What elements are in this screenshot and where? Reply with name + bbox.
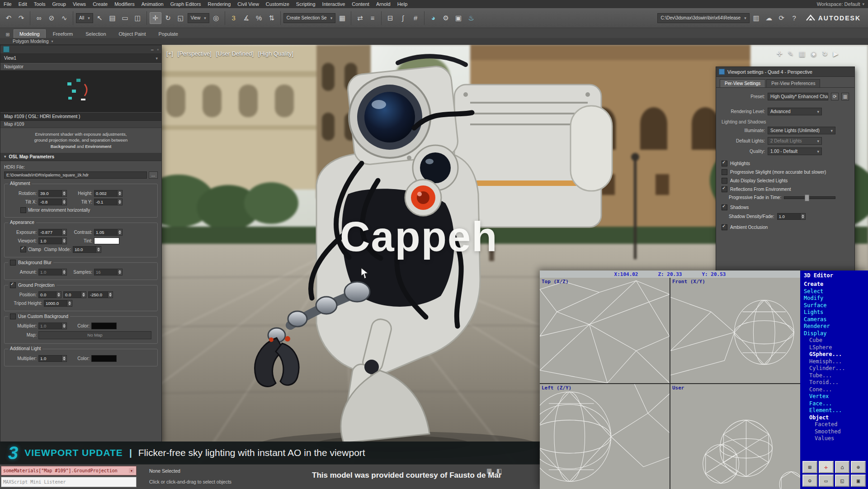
rotation-spinner[interactable]: 39.0 [38, 190, 67, 197]
preset-reload-button[interactable]: ⟳ [831, 93, 839, 100]
menu-item-select[interactable]: Select [800, 288, 868, 295]
layer-explorer-icon[interactable]: ⊟ [384, 12, 396, 24]
hdri-file-field[interactable]: E:\Downloads\HDRIs\palermo_square_2k.hdr [4, 171, 147, 179]
highlights-checkbox[interactable] [722, 161, 727, 166]
menu-create[interactable]: Create [93, 1, 108, 7]
menu-item-hemisph[interactable]: Hemisph... [800, 358, 868, 366]
clamp-checkbox[interactable] [20, 247, 26, 252]
menu-item-toroid[interactable]: Toroid... [800, 379, 868, 386]
schematic-view-icon[interactable]: # [410, 12, 421, 24]
contrast-spinner[interactable]: 1.05 [94, 229, 123, 236]
region-zoom-icon[interactable]: ▭ [819, 475, 834, 487]
select-and-scale-icon[interactable]: ◱ [175, 12, 187, 24]
default-lights-dropdown[interactable]: 2 Default Lights [768, 137, 822, 145]
redo-icon[interactable]: ↷ [15, 12, 27, 24]
polygon-modeling-strip[interactable]: Polygon Modeling [0, 38, 868, 45]
window-crossing-icon[interactable]: ◫ [132, 12, 144, 24]
menu-item-values[interactable]: Values [800, 435, 868, 442]
viewport-menu-plus[interactable]: [+] [166, 50, 173, 57]
menu-item-element[interactable]: Element... [800, 407, 868, 414]
mirror-icon[interactable]: ⇄ [354, 12, 366, 24]
sphere-icon[interactable]: ◉ [811, 50, 816, 58]
menu-item-lights[interactable]: Lights [800, 309, 868, 316]
zoom-extents-icon[interactable]: ◱ [835, 475, 850, 487]
auto-display-selected-lights-checkbox[interactable] [722, 178, 727, 184]
position-z-spinner[interactable]: -250.0 [88, 291, 113, 298]
navigator-header[interactable]: Navigator [0, 63, 161, 71]
pencil-icon[interactable]: ✎ [788, 50, 794, 58]
menu-item-lsphere[interactable]: LSphere [800, 344, 868, 351]
material-editor-icon[interactable]: ◕ [427, 12, 439, 24]
menu-item-gsphere[interactable]: GSphere... [800, 351, 868, 358]
position-y-spinner[interactable]: 0.0 [63, 291, 86, 298]
render-setup-icon[interactable]: ⚙ [440, 12, 452, 24]
angle-snap-icon[interactable]: ∡ [241, 12, 252, 24]
undo-icon[interactable]: ↶ [3, 12, 14, 24]
tilt-x-spinner[interactable]: -0.8 [38, 199, 67, 205]
osl-map-parameters-rollout[interactable]: OSL Map Parameters [0, 152, 161, 161]
select-and-link-icon[interactable]: ∞ [33, 12, 45, 24]
menu-item-renderer[interactable]: Renderer [800, 323, 868, 330]
render-production-icon[interactable]: ♨ [465, 12, 477, 24]
maximize-button[interactable]: ▫ [157, 47, 159, 52]
menu-item-cylinder[interactable]: Cylinder... [800, 365, 868, 372]
menu-customize[interactable]: Customize [266, 1, 289, 7]
menu-item-faceted[interactable]: Faceted [800, 421, 868, 428]
preset-save-button[interactable]: ▥ [841, 93, 849, 100]
min-max-toggle-icon[interactable]: ▣ [851, 475, 866, 487]
3d-editor-viewport-left[interactable]: Left (Z/Y) [540, 384, 670, 489]
menu-item-face[interactable]: Face... [800, 400, 868, 408]
menu-item-tube[interactable]: Tube... [800, 372, 868, 380]
menu-item-smoothed[interactable]: Smoothed [800, 428, 868, 436]
crosshair-icon[interactable]: ✛ [819, 461, 834, 473]
rendering-level-dropdown[interactable]: Advanced [768, 108, 822, 115]
menu-file[interactable]: File [4, 1, 12, 7]
selection-region-icon[interactable]: ▭ [119, 12, 131, 24]
menu-item-cone[interactable]: Cone... [800, 386, 868, 394]
view-selector-dropdown[interactable]: View1 [0, 54, 161, 63]
pan-icon[interactable]: ⊞ [802, 461, 817, 473]
reflections-from-environment-checkbox[interactable] [722, 186, 727, 192]
plus-icon[interactable]: ✛ [777, 50, 783, 58]
edit-named-selections-icon[interactable]: ▦ [336, 12, 348, 24]
3d-editor-viewport-top[interactable]: Top (X/Z) [540, 278, 670, 383]
tab-modeling[interactable]: Modeling [14, 29, 46, 38]
ribbon-menu-icon[interactable]: ⊞ [4, 31, 12, 38]
progressive-fade-slider[interactable] [784, 196, 835, 199]
menu-graph-editors[interactable]: Graph Editors [170, 1, 201, 7]
ground-projection-checkbox[interactable] [10, 282, 16, 288]
menu-modifiers[interactable]: Modifiers [114, 1, 135, 7]
tab-per-view-preferences[interactable]: Per-View Preferences [766, 79, 820, 87]
3d-editor-viewport-user[interactable]: User [670, 384, 800, 489]
viewport-settings-titlebar[interactable]: Viewport settings - Quad 4 - Perspective [716, 67, 854, 77]
select-by-name-icon[interactable]: ▤ [107, 12, 118, 24]
3d-editor-viewport-front[interactable]: Front (X/Y) [670, 278, 800, 383]
snap-toggle-icon[interactable]: 3 [228, 12, 240, 24]
progressive-skylight-checkbox[interactable] [722, 169, 727, 175]
menu-item-object[interactable]: Object [800, 414, 868, 422]
bind-to-spacewarp-icon[interactable]: ∿ [58, 12, 70, 24]
clamp-mode-spinner[interactable]: 10.0 [73, 246, 101, 253]
height-spinner[interactable]: 0.002 [94, 190, 123, 197]
home-icon[interactable]: ⌂ [835, 461, 850, 473]
shadow-density-spinner[interactable]: 1.0 [777, 213, 806, 220]
select-and-rotate-icon[interactable]: ↻ [162, 12, 174, 24]
menu-scripting[interactable]: Scripting [296, 1, 316, 7]
sync-icon[interactable]: ⟳ [776, 12, 788, 24]
viewport-menu-quality[interactable]: [High Quality] [258, 50, 293, 57]
menu-item-cameras[interactable]: Cameras [800, 316, 868, 323]
menu-item-create[interactable]: Create [800, 281, 868, 288]
curve-editor-icon[interactable]: ∫ [397, 12, 409, 24]
additional-light-multiplier-spinner[interactable]: 1.0 [38, 355, 67, 362]
zoom-out-icon[interactable]: ⊖ [802, 475, 817, 487]
custom-bg-multiplier-spinner[interactable]: 1.0 [38, 323, 67, 329]
grid-icon[interactable]: ▦ [799, 50, 805, 58]
custom-bg-map-button[interactable]: No Map [38, 331, 151, 339]
project-path-dropdown[interactable]: C:\Dev\3dsmax\3dswin\bin\x64\Release [657, 13, 749, 23]
help-badge-icon[interactable]: ? [788, 12, 800, 24]
menu-interactive[interactable]: Interactive [322, 1, 345, 7]
material-editor-titlebar[interactable]: – ▫ [0, 45, 161, 54]
custom-background-checkbox[interactable] [10, 313, 16, 319]
tab-selection[interactable]: Selection [80, 30, 111, 38]
tab-per-view-settings[interactable]: Per-View Settings [720, 79, 765, 87]
